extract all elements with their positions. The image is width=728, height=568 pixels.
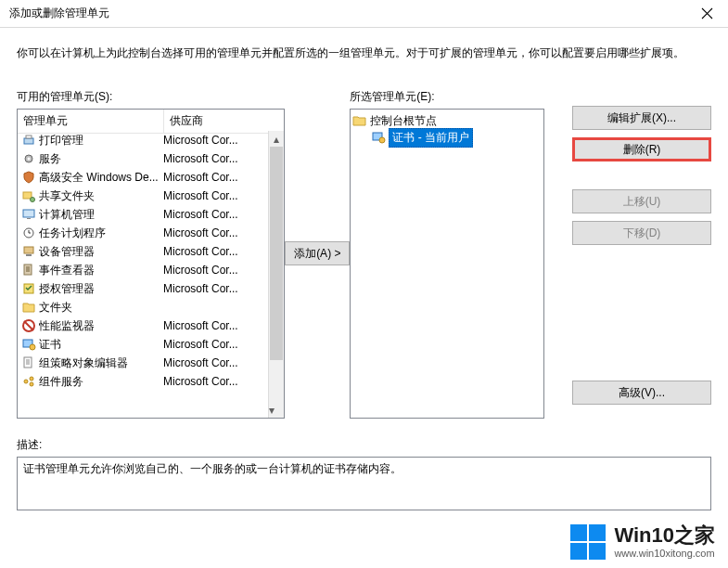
move-up-button: 上移(U)	[572, 189, 711, 213]
auth-icon	[21, 281, 36, 296]
list-item[interactable]: 打印管理Microsoft Cor...	[18, 131, 268, 149]
list-item[interactable]: 授权管理器Microsoft Cor...	[18, 279, 268, 298]
clock-icon	[21, 226, 36, 240]
tree-child[interactable]: 证书 - 当前用户	[352, 129, 542, 146]
close-icon	[702, 8, 712, 19]
header-vendor[interactable]: 供应商	[164, 110, 284, 133]
selected-label: 所选管理单元(E):	[350, 89, 544, 105]
close-button[interactable]	[685, 0, 728, 28]
item-name: 组策略对象编辑器	[39, 355, 163, 371]
item-name: 计算机管理	[39, 207, 163, 223]
header-name[interactable]: 管理单元	[18, 110, 164, 133]
window-title: 添加或删除管理单元	[9, 6, 685, 21]
svg-rect-10	[26, 254, 32, 256]
comp-icon	[21, 374, 36, 389]
folder-icon	[21, 300, 36, 315]
scroll-up-icon[interactable]: ▴	[269, 131, 284, 147]
item-vendor: Microsoft Cor...	[163, 356, 268, 369]
add-button[interactable]: 添加(A) >	[285, 241, 350, 265]
watermark-title: Win10之家	[614, 525, 715, 546]
item-vendor: Microsoft Cor...	[163, 375, 268, 388]
list-item[interactable]: 组件服务Microsoft Cor...	[18, 372, 268, 391]
item-vendor: Microsoft Cor...	[163, 152, 268, 165]
list-item[interactable]: 组策略对象编辑器Microsoft Cor...	[18, 354, 268, 372]
svg-rect-7	[27, 218, 31, 219]
titlebar: 添加或删除管理单元	[0, 0, 728, 28]
description-label: 描述:	[17, 437, 711, 453]
intro-text: 你可以在计算机上为此控制台选择可用的管理单元并配置所选的一组管理单元。对于可扩展…	[17, 45, 711, 61]
computer-icon	[21, 207, 36, 222]
list-item[interactable]: 事件查看器Microsoft Cor...	[18, 261, 268, 279]
item-name: 组件服务	[39, 374, 163, 390]
scrollbar[interactable]: ▴ ▾	[268, 131, 284, 418]
item-name: 服务	[39, 151, 163, 167]
watermark: Win10之家 www.win10xitong.com	[569, 523, 715, 561]
item-vendor: Microsoft Cor...	[163, 245, 268, 258]
printer-icon	[21, 133, 36, 148]
folder-icon	[352, 113, 367, 128]
list-item[interactable]: 服务Microsoft Cor...	[18, 149, 268, 168]
device-icon	[21, 244, 36, 259]
svg-rect-1	[26, 136, 32, 138]
list-item[interactable]: 文件夹	[18, 298, 268, 316]
list-item[interactable]: 任务计划程序Microsoft Cor...	[18, 224, 268, 242]
tree-root[interactable]: 控制台根节点	[352, 112, 542, 129]
item-name: 任务计划程序	[39, 226, 163, 241]
list-item[interactable]: 高级安全 Windows De...Microsoft Cor...	[18, 168, 268, 187]
item-vendor: Microsoft Cor...	[163, 134, 268, 147]
item-vendor: Microsoft Cor...	[163, 338, 268, 351]
share-icon	[21, 188, 36, 203]
item-name: 打印管理	[39, 133, 163, 148]
shield-icon	[21, 170, 36, 185]
svg-rect-9	[24, 247, 33, 253]
item-name: 共享文件夹	[39, 188, 163, 204]
item-name: 性能监视器	[39, 318, 163, 334]
remove-button[interactable]: 删除(R)	[572, 137, 711, 161]
watermark-url: www.win10xitong.com	[614, 549, 715, 559]
item-vendor: Microsoft Cor...	[163, 264, 268, 277]
list-item[interactable]: 计算机管理Microsoft Cor...	[18, 205, 268, 224]
svg-point-15	[30, 344, 35, 350]
certificate-icon	[371, 130, 386, 145]
svg-point-17	[24, 380, 28, 383]
item-name: 高级安全 Windows De...	[39, 170, 163, 186]
policy-icon	[21, 355, 36, 370]
item-name: 设备管理器	[39, 244, 163, 260]
tree-root-label: 控制台根节点	[370, 113, 437, 129]
svg-rect-6	[23, 210, 34, 217]
available-label: 可用的管理单元(S):	[17, 89, 285, 105]
svg-point-5	[31, 198, 35, 202]
item-name: 授权管理器	[39, 281, 163, 297]
tree-child-label: 证书 - 当前用户	[389, 128, 473, 148]
item-vendor: Microsoft Cor...	[163, 208, 268, 221]
advanced-button[interactable]: 高级(V)...	[572, 381, 711, 405]
selected-tree[interactable]: 控制台根节点 证书 - 当前用户	[350, 109, 544, 419]
list-item[interactable]: 设备管理器Microsoft Cor...	[18, 242, 268, 261]
perf-icon	[21, 318, 36, 333]
move-down-button: 下移(D)	[572, 221, 711, 245]
gear-icon	[21, 151, 36, 166]
list-item[interactable]: 证书Microsoft Cor...	[18, 335, 268, 354]
list-item[interactable]: 共享文件夹Microsoft Cor...	[18, 187, 268, 205]
available-list[interactable]: 管理单元 供应商 打印管理Microsoft Cor...服务Microsoft…	[17, 109, 285, 419]
event-icon	[21, 263, 36, 278]
cert-icon	[21, 337, 36, 352]
svg-point-19	[30, 382, 33, 386]
scroll-thumb[interactable]	[270, 147, 283, 360]
list-item[interactable]: 性能监视器Microsoft Cor...	[18, 316, 268, 335]
item-name: 证书	[39, 337, 163, 353]
win10-logo-icon	[569, 523, 607, 561]
item-vendor: Microsoft Cor...	[163, 319, 268, 332]
item-vendor: Microsoft Cor...	[163, 189, 268, 202]
svg-point-21	[379, 137, 385, 143]
item-name: 事件查看器	[39, 263, 163, 278]
edit-extensions-button[interactable]: 编辑扩展(X)...	[572, 106, 711, 130]
item-vendor: Microsoft Cor...	[163, 282, 268, 295]
item-vendor: Microsoft Cor...	[163, 226, 268, 239]
description-box: 证书管理单元允许你浏览自己的、一个服务的或一台计算机的证书存储内容。	[17, 457, 711, 510]
svg-point-18	[30, 377, 33, 381]
scroll-down-icon[interactable]: ▾	[269, 402, 275, 418]
svg-rect-0	[24, 138, 33, 144]
svg-rect-4	[23, 192, 32, 199]
item-name: 文件夹	[39, 300, 163, 316]
